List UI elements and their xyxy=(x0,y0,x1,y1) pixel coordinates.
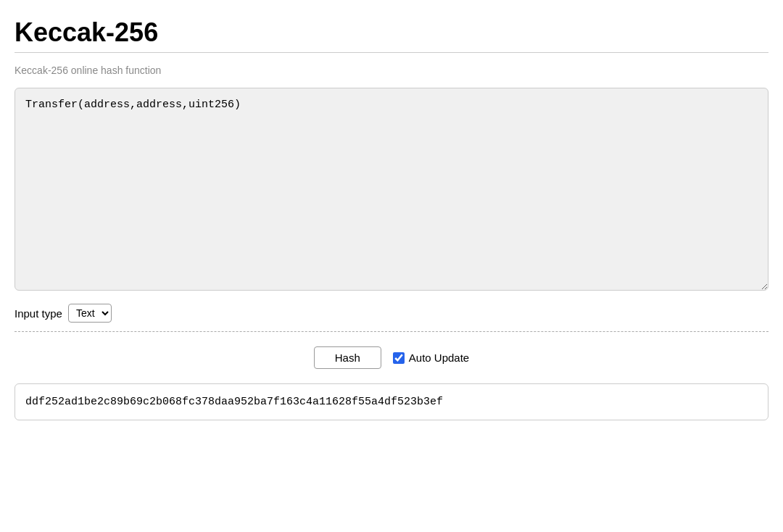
auto-update-text: Auto Update xyxy=(409,352,469,364)
input-textarea[interactable]: Transfer(address,address,uint256) xyxy=(14,88,768,291)
page-subtitle: Keccak-256 online hash function xyxy=(14,65,768,76)
hash-button[interactable]: Hash xyxy=(314,346,381,369)
action-row: Hash Auto Update xyxy=(14,346,768,369)
auto-update-label[interactable]: Auto Update xyxy=(393,352,469,364)
title-divider xyxy=(14,52,768,53)
output-box: ddf252ad1be2c89b69c2b068fc378daa952ba7f1… xyxy=(14,383,768,420)
input-type-label: Input type xyxy=(14,307,62,320)
input-type-select[interactable]: Text Hex xyxy=(68,304,112,323)
auto-update-checkbox[interactable] xyxy=(393,352,405,364)
page-title: Keccak-256 xyxy=(14,17,768,48)
input-type-row: Input type Text Hex xyxy=(14,304,768,323)
section-divider xyxy=(14,331,768,332)
